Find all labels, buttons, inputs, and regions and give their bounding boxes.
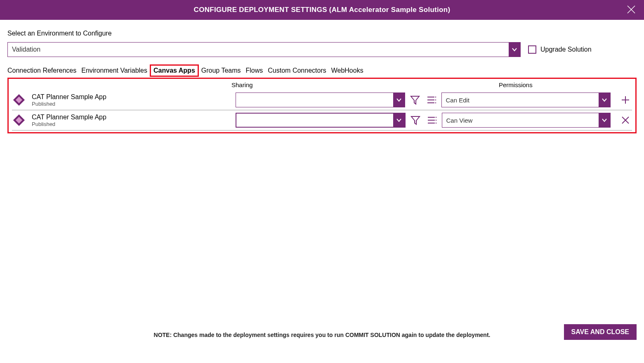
sharing-dropdown[interactable] <box>236 93 405 107</box>
permissions-dropdown[interactable]: Can Edit <box>441 93 611 107</box>
tab-canvas-apps[interactable]: Canvas Apps <box>150 64 199 77</box>
svg-point-11 <box>435 102 436 103</box>
app-name: CAT Planner Sample App <box>32 93 232 101</box>
table-header: Sharing Permissions <box>12 81 632 90</box>
permissions-dropdown-value: Can View <box>442 113 599 127</box>
permissions-dropdown[interactable]: Can View <box>442 113 611 128</box>
environment-label: Select an Environment to Configure <box>7 30 637 37</box>
tab-environment-variables[interactable]: Environment Variables <box>81 64 147 77</box>
svg-point-10 <box>435 100 436 100</box>
tab-flows[interactable]: Flows <box>246 64 263 77</box>
sharing-dropdown[interactable] <box>236 113 406 128</box>
app-row: CAT Planner Sample App Published <box>12 110 632 130</box>
environment-dropdown-value: Validation <box>8 43 509 57</box>
list-icon[interactable] <box>425 93 438 107</box>
permissions-dropdown-value: Can Edit <box>442 93 599 107</box>
svg-point-9 <box>435 97 436 97</box>
footer-note: NOTE: Changes made to the deployment set… <box>154 332 491 338</box>
power-apps-icon <box>12 113 26 127</box>
environment-dropdown[interactable]: Validation <box>7 42 521 57</box>
tab-group-teams[interactable]: Group Teams <box>201 64 241 77</box>
upgrade-solution-checkbox[interactable] <box>528 45 536 54</box>
tab-custom-connectors[interactable]: Custom Connectors <box>268 64 326 77</box>
dialog-title: CONFIGURE DEPLOYMENT SETTINGS (ALM Accel… <box>194 6 451 14</box>
tab-connection-references[interactable]: Connection References <box>7 64 76 77</box>
app-name: CAT Planner Sample App <box>32 114 232 121</box>
canvas-apps-panel: Sharing Permissions CAT Planner Sample A… <box>7 78 637 133</box>
sharing-dropdown-value <box>236 93 393 107</box>
tab-bar: Connection References Environment Variab… <box>7 64 637 77</box>
filter-icon[interactable] <box>408 93 422 107</box>
list-icon[interactable] <box>425 114 439 127</box>
dialog-header: CONFIGURE DEPLOYMENT SETTINGS (ALM Accel… <box>0 0 644 20</box>
app-row: CAT Planner Sample App Published <box>12 90 632 110</box>
filter-icon[interactable] <box>409 114 422 127</box>
remove-icon[interactable] <box>619 114 632 127</box>
save-and-close-button[interactable]: SAVE AND CLOSE <box>564 324 637 340</box>
svg-marker-17 <box>411 116 420 124</box>
app-status: Published <box>32 101 232 107</box>
svg-marker-5 <box>411 96 419 104</box>
upgrade-solution-label: Upgrade Solution <box>540 46 592 53</box>
tab-webhooks[interactable]: WebHooks <box>331 64 363 77</box>
power-apps-icon <box>12 93 26 107</box>
app-status: Published <box>32 121 232 127</box>
sharing-dropdown-value <box>236 114 393 127</box>
svg-point-23 <box>435 123 436 123</box>
sharing-header: Sharing <box>231 81 499 88</box>
chevron-down-icon <box>393 93 405 107</box>
close-icon[interactable] <box>627 5 636 16</box>
footer: NOTE: Changes made to the deployment set… <box>0 332 644 338</box>
permissions-header: Permissions <box>499 81 581 88</box>
chevron-down-icon <box>393 114 405 127</box>
chevron-down-icon <box>599 93 610 107</box>
svg-point-22 <box>435 120 436 121</box>
add-icon[interactable] <box>619 93 632 107</box>
chevron-down-icon <box>509 43 520 57</box>
chevron-down-icon <box>599 113 610 127</box>
svg-point-21 <box>435 117 436 118</box>
